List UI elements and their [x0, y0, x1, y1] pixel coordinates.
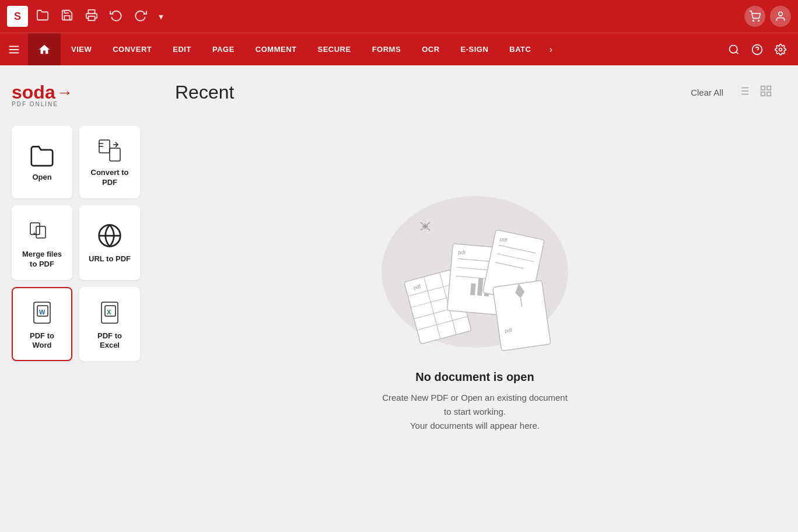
svg-rect-33 — [761, 86, 765, 89]
open-label: Open — [32, 173, 51, 183]
main-content: soda→ PDF ONLINE Open C — [0, 65, 798, 532]
svg-text:pdf: pdf — [458, 249, 466, 256]
merge-card[interactable]: + Merge files to PDF — [12, 205, 72, 280]
convert-label: Convert to PDF — [88, 168, 132, 188]
nav-item-comment[interactable]: COMMENT — [245, 33, 307, 65]
nav-right — [716, 33, 798, 65]
recent-header: Recent Clear All — [175, 82, 775, 103]
nav-item-view[interactable]: VIEW — [61, 33, 102, 65]
svg-point-2 — [758, 20, 760, 22]
svg-point-11 — [779, 48, 782, 51]
nav-item-ocr[interactable]: OCR — [411, 33, 450, 65]
svg-text:+: + — [33, 230, 36, 237]
recent-controls: Clear All — [686, 82, 775, 103]
hamburger-menu[interactable] — [0, 33, 28, 65]
nav-bar: VIEW CONVERT EDIT PAGE COMMENT SECURE FO… — [0, 33, 798, 65]
pdf-to-excel-label: PDF to Excel — [88, 331, 132, 351]
grid-view-button[interactable] — [757, 82, 775, 103]
nav-item-page[interactable]: PAGE — [202, 33, 245, 65]
svg-rect-36 — [767, 92, 771, 95]
save-icon[interactable] — [57, 5, 77, 28]
pdf-to-word-card[interactable]: W PDF to Word — [12, 287, 72, 362]
right-panel: Recent Clear All — [152, 65, 798, 532]
empty-state: pdf pdf — [175, 122, 775, 516]
home-tab[interactable] — [28, 33, 61, 65]
svg-point-7 — [730, 45, 737, 52]
merge-label: Merge files to PDF — [20, 250, 64, 270]
logo-text: soda — [12, 82, 55, 103]
nav-more-button[interactable]: › — [541, 33, 560, 65]
nav-item-secure[interactable]: SECURE — [307, 33, 361, 65]
open-card[interactable]: Open — [12, 126, 72, 198]
user-avatar-button[interactable] — [770, 6, 791, 27]
top-bar: S ▾ — [0, 0, 798, 33]
pdf-to-word-label: PDF to Word — [20, 331, 64, 351]
empty-title: No document is open — [415, 370, 534, 384]
nav-item-forms[interactable]: FORMS — [362, 33, 411, 65]
svg-rect-13 — [110, 148, 120, 161]
svg-rect-34 — [767, 86, 771, 89]
logo-arrow: → — [57, 83, 73, 102]
svg-point-3 — [779, 12, 783, 16]
settings-icon[interactable] — [770, 39, 791, 60]
pdf-to-excel-card[interactable]: X PDF to Excel — [79, 287, 140, 362]
nav-item-esign[interactable]: E-SIGN — [450, 33, 499, 65]
search-nav-icon[interactable] — [723, 39, 744, 60]
svg-rect-35 — [761, 92, 765, 95]
print-icon[interactable] — [82, 5, 102, 28]
undo-icon[interactable] — [106, 5, 126, 28]
left-panel: soda→ PDF ONLINE Open C — [0, 65, 152, 532]
nav-item-edit[interactable]: EDIT — [162, 33, 202, 65]
svg-rect-0 — [89, 16, 95, 20]
convert-card[interactable]: Convert to PDF — [79, 126, 140, 198]
nav-item-convert[interactable]: CONVERT — [102, 33, 162, 65]
nav-item-batch[interactable]: BATC — [499, 33, 541, 65]
nav-items: VIEW CONVERT EDIT PAGE COMMENT SECURE FO… — [61, 33, 716, 65]
soda-logo: soda→ PDF ONLINE — [12, 82, 140, 107]
empty-illustration: pdf pdf — [364, 181, 586, 356]
dropdown-arrow-icon[interactable]: ▾ — [155, 8, 167, 26]
clear-all-button[interactable]: Clear All — [686, 85, 728, 100]
logo-subtitle: PDF ONLINE — [12, 101, 140, 107]
svg-text:X: X — [107, 309, 111, 316]
help-icon[interactable] — [747, 39, 768, 60]
svg-text:pdf: pdf — [504, 327, 512, 334]
top-bar-right — [744, 6, 791, 27]
app-logo: S — [7, 6, 28, 27]
svg-point-1 — [753, 20, 754, 22]
url-card[interactable]: URL to PDF — [79, 205, 140, 280]
svg-line-8 — [736, 51, 738, 54]
svg-text:W: W — [39, 309, 46, 316]
redo-icon[interactable] — [131, 5, 150, 28]
view-toggle — [735, 82, 775, 103]
empty-description: Create New PDF or Open an existing docum… — [382, 391, 568, 433]
cart-button[interactable] — [744, 6, 765, 27]
svg-rect-17 — [36, 226, 46, 238]
action-grid: Open Convert to PDF + — [12, 126, 140, 361]
list-view-button[interactable] — [735, 82, 752, 103]
folder-open-icon[interactable] — [33, 5, 52, 28]
url-label: URL to PDF — [89, 254, 131, 264]
recent-title: Recent — [175, 82, 686, 103]
